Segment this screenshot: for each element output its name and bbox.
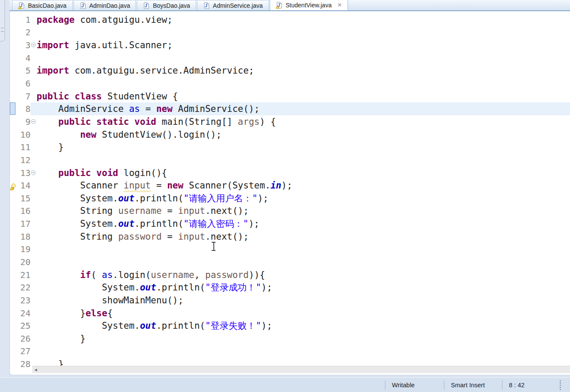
annotation-ruler[interactable] xyxy=(10,281,16,294)
annotation-ruler[interactable] xyxy=(10,179,16,192)
fold-ruler[interactable] xyxy=(31,77,37,90)
code-line-10[interactable]: 10 new StudentView().login(); xyxy=(10,128,570,141)
code-text[interactable]: package com.atguigu.view; xyxy=(37,13,570,26)
fold-ruler[interactable] xyxy=(31,52,37,65)
fold-ruler[interactable] xyxy=(31,115,37,128)
code-text[interactable]: public class StudentView { xyxy=(37,90,570,103)
fold-ruler[interactable] xyxy=(31,269,37,281)
code-text[interactable]: String username = input.next(); xyxy=(37,205,570,218)
annotation-ruler[interactable] xyxy=(10,13,16,26)
code-line-26[interactable]: 26 } xyxy=(10,332,570,345)
annotation-ruler[interactable] xyxy=(10,26,16,39)
fold-ruler[interactable] xyxy=(31,65,37,77)
annotation-ruler[interactable] xyxy=(10,141,16,154)
code-text[interactable]: System.out.println("登录失败！"); xyxy=(37,319,570,332)
code-line-1[interactable]: 1package com.atguigu.view; xyxy=(10,13,570,26)
code-line-4[interactable]: 4 xyxy=(10,52,570,65)
tab-adminservice-java[interactable]: JAdminService.java xyxy=(197,0,269,10)
code-text[interactable]: System.out.println("请输入用户名："); xyxy=(37,192,570,205)
fold-ruler[interactable] xyxy=(31,294,37,307)
annotation-ruler[interactable] xyxy=(10,269,16,281)
annotation-ruler[interactable] xyxy=(10,102,16,115)
annotation-ruler[interactable] xyxy=(10,90,16,103)
fold-ruler[interactable] xyxy=(31,13,37,26)
code-editor[interactable]: 1package com.atguigu.view;23import java.… xyxy=(9,11,570,375)
annotation-ruler[interactable] xyxy=(10,205,16,218)
annotation-ruler[interactable] xyxy=(10,52,16,65)
annotation-ruler[interactable] xyxy=(10,128,16,141)
warning-quickfix-bulb-icon[interactable] xyxy=(10,182,16,189)
panel-grip-icon[interactable] xyxy=(1,28,4,32)
code-line-11[interactable]: 11 } xyxy=(10,141,570,154)
annotation-ruler[interactable] xyxy=(10,230,16,243)
code-text[interactable] xyxy=(37,77,570,90)
fold-ruler[interactable] xyxy=(31,319,37,332)
fold-ruler[interactable] xyxy=(31,332,37,345)
annotation-ruler[interactable] xyxy=(10,294,16,307)
horizontal-scrollbar[interactable]: ◂ xyxy=(32,366,570,373)
tab-studentview-java[interactable]: JStudentView.java✕ xyxy=(270,0,348,10)
code-line-13[interactable]: 13 public void login(){ xyxy=(10,167,570,179)
statusbar-grip-icon[interactable] xyxy=(550,380,570,390)
annotation-ruler[interactable] xyxy=(10,192,16,205)
code-line-27[interactable]: 27 xyxy=(10,345,570,358)
annotation-ruler[interactable] xyxy=(10,167,16,179)
annotation-ruler[interactable] xyxy=(10,345,16,358)
annotation-ruler[interactable] xyxy=(10,307,16,320)
code-text[interactable]: System.out.println("登录成功！"); xyxy=(37,281,570,294)
fold-ruler[interactable] xyxy=(31,167,37,179)
annotation-ruler[interactable] xyxy=(10,358,16,370)
code-text[interactable]: showMainMenu(); xyxy=(37,294,570,307)
code-line-22[interactable]: 22 System.out.println("登录成功！"); xyxy=(10,281,570,294)
fold-ruler[interactable] xyxy=(31,307,37,320)
fold-ruler[interactable] xyxy=(31,90,37,103)
code-text[interactable] xyxy=(37,52,570,65)
code-line-3[interactable]: 3import java.util.Scanner; xyxy=(10,39,570,52)
code-text[interactable]: import com.atguigu.service.AdminService; xyxy=(37,65,570,77)
fold-ruler[interactable] xyxy=(31,243,37,256)
code-line-23[interactable]: 23 showMainMenu(); xyxy=(10,294,570,307)
fold-ruler[interactable] xyxy=(31,192,37,205)
annotation-ruler[interactable] xyxy=(10,332,16,345)
fold-ruler[interactable] xyxy=(31,281,37,294)
code-text[interactable] xyxy=(37,26,570,39)
code-text[interactable]: } xyxy=(37,332,570,345)
fold-ruler[interactable] xyxy=(31,154,37,167)
code-line-6[interactable]: 6 xyxy=(10,77,570,90)
tab-admindao-java[interactable]: JAdminDao.java xyxy=(74,0,136,10)
code-text[interactable]: Scanner input = new Scanner(System.in); xyxy=(37,179,570,192)
code-text[interactable]: import java.util.Scanner; xyxy=(37,39,570,52)
fold-collapse-icon[interactable] xyxy=(31,170,36,175)
fold-collapse-icon[interactable] xyxy=(31,119,36,124)
scroll-left-arrow-icon[interactable]: ◂ xyxy=(32,366,39,373)
code-text[interactable]: if( as.login(username, password)){ xyxy=(37,269,570,281)
annotation-ruler[interactable] xyxy=(10,256,16,269)
occurrence-marker-icon[interactable] xyxy=(10,102,15,115)
fold-ruler[interactable] xyxy=(31,26,37,39)
code-text[interactable]: AdminService as = new AdminService(); xyxy=(37,102,570,115)
annotation-ruler[interactable] xyxy=(10,154,16,167)
fold-ruler[interactable] xyxy=(31,217,37,230)
tab-boysdao-java[interactable]: JBoysDao.java xyxy=(137,0,196,10)
annotation-ruler[interactable] xyxy=(10,77,16,90)
code-line-19[interactable]: 19 xyxy=(10,243,570,256)
code-line-2[interactable]: 2 xyxy=(10,26,570,39)
annotation-ruler[interactable] xyxy=(10,65,16,77)
code-line-8[interactable]: 8 AdminService as = new AdminService(); xyxy=(10,102,570,115)
annotation-ruler[interactable] xyxy=(10,319,16,332)
fold-ruler[interactable] xyxy=(31,205,37,218)
code-line-9[interactable]: 9 public static void main(String[] args)… xyxy=(10,115,570,128)
code-text[interactable]: }else{ xyxy=(37,307,570,320)
code-text[interactable]: System.out.println("请输入密码："); xyxy=(37,217,570,230)
code-line-16[interactable]: 16 String username = input.next(); xyxy=(10,205,570,218)
tab-basicdao-java[interactable]: JBasicDao.java xyxy=(12,0,73,10)
code-text[interactable]: public static void main(String[] args) { xyxy=(37,115,570,128)
code-text[interactable] xyxy=(37,243,570,256)
tab-close-icon[interactable]: ✕ xyxy=(337,2,342,8)
annotation-ruler[interactable] xyxy=(10,39,16,52)
fold-ruler[interactable] xyxy=(31,179,37,192)
code-line-12[interactable]: 12 xyxy=(10,154,570,167)
annotation-ruler[interactable] xyxy=(10,115,16,128)
code-text[interactable]: new StudentView().login(); xyxy=(37,128,570,141)
code-line-7[interactable]: 7public class StudentView { xyxy=(10,90,570,103)
